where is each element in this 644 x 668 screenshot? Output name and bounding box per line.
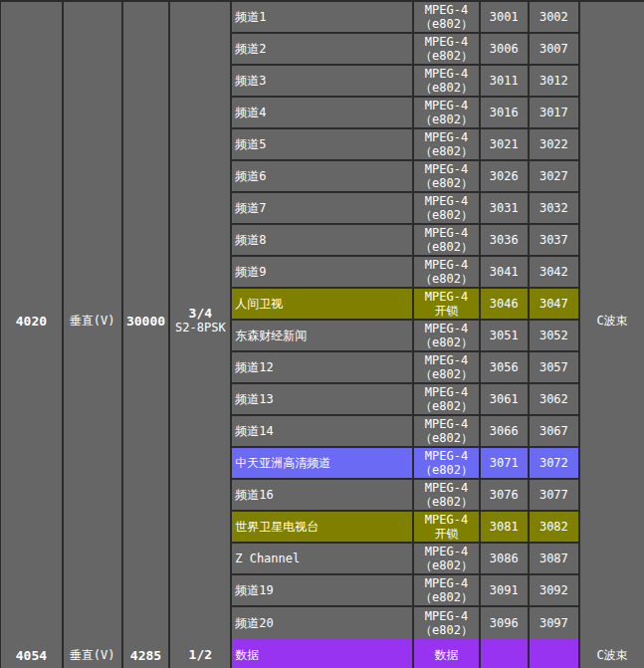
video-pid-cell: 3016 <box>481 98 530 127</box>
audio-pid-cell: 3007 <box>530 34 579 64</box>
audio-pid-cell: 3047 <box>530 289 579 319</box>
transponder-table: 4020垂直(V)300003/4S2-8PSK频道1MPEG-4（e802）3… <box>0 0 644 668</box>
video-pid-cell: 3036 <box>481 225 530 255</box>
channel-row: 频道8MPEG-4（e802）30363037 <box>232 225 578 257</box>
channel-row: 人间卫视MPEG-4开锁30463047 <box>232 289 578 321</box>
channel-name-cell: 频道14 <box>232 416 414 446</box>
codec-cell: MPEG-4（e802） <box>414 480 481 510</box>
codec-format-label: MPEG-4 <box>425 3 468 17</box>
codec-cell: MPEG-4（e802） <box>414 448 481 478</box>
codec-detail-label: （e802） <box>420 144 473 158</box>
channel-name-cell: 频道5 <box>232 129 414 159</box>
codec-detail-label: （e802） <box>420 463 473 477</box>
audio-pid-cell: 3057 <box>530 352 579 382</box>
video-pid-cell: 3071 <box>481 448 530 478</box>
codec-format-label: MPEG-4 <box>425 513 468 527</box>
audio-pid-cell: 3052 <box>530 321 579 350</box>
audio-pid-cell: 3072 <box>530 448 579 478</box>
codec-cell: MPEG-4（e802） <box>414 321 481 350</box>
channel-name-cell: 频道6 <box>232 161 414 191</box>
channel-row: 频道3MPEG-4（e802）30113012 <box>232 66 578 98</box>
channel-name-cell: 频道7 <box>232 193 414 223</box>
audio-pid-cell: 3097 <box>530 607 579 639</box>
codec-cell: MPEG-4（e802） <box>414 225 481 255</box>
codec-detail-label: （e802） <box>420 431 473 445</box>
video-pid-cell: 3001 <box>481 2 530 32</box>
channel-list: 频道1MPEG-4（e802）30013002频道2MPEG-4（e802）30… <box>232 2 580 639</box>
channel-name-cell: Z Channel <box>232 544 414 573</box>
codec-cell: MPEG-4（e802） <box>414 129 481 159</box>
video-pid-cell: 3041 <box>481 257 530 287</box>
codec-detail-label: （e802） <box>420 558 473 572</box>
codec-format-label: MPEG-4 <box>425 130 468 144</box>
channel-name-cell: 世界卫星电视台 <box>232 512 414 542</box>
fec-rate-label: 1/2 <box>189 648 212 662</box>
audio-pid-cell: 3002 <box>530 2 579 32</box>
polarization-cell: 垂直(V) <box>64 639 123 668</box>
fec-rate-label: 3/4 <box>189 307 212 321</box>
codec-format-label: MPEG-4 <box>425 290 468 304</box>
audio-pid-cell: 3032 <box>530 193 579 223</box>
codec-detail-label: （e802） <box>420 399 473 413</box>
codec-detail-label: （e802） <box>420 367 473 381</box>
video-pid-cell: 3056 <box>481 352 530 382</box>
polarization-cell: 垂直(V) <box>64 2 123 639</box>
audio-pid-cell: 3012 <box>530 66 579 96</box>
codec-detail-label: （e802） <box>420 495 473 509</box>
audio-pid-cell: 3062 <box>530 384 579 414</box>
codec-detail-label: 开锁 <box>434 304 458 318</box>
channel-row: 世界卫星电视台MPEG-4开锁30813082 <box>232 512 578 544</box>
channel-name-cell: 频道20 <box>232 607 414 639</box>
codec-cell: MPEG-4（e802） <box>414 416 481 446</box>
channel-name-cell: 频道12 <box>232 352 414 382</box>
codec-cell: MPEG-4（e802） <box>414 257 481 287</box>
codec-cell: MPEG-4（e802） <box>414 193 481 223</box>
audio-pid-cell <box>530 639 579 668</box>
channel-row: 东森财经新闻MPEG-4（e802）30513052 <box>232 321 578 352</box>
codec-detail-label: （e802） <box>420 272 473 286</box>
codec-detail-label: （e802） <box>420 176 473 190</box>
video-pid-cell <box>481 639 530 668</box>
video-pid-cell: 3091 <box>481 575 530 605</box>
codec-cell: MPEG-4（e802） <box>414 384 481 414</box>
codec-format-label: MPEG-4 <box>425 449 468 463</box>
codec-cell: MPEG-4（e802） <box>414 66 481 96</box>
audio-pid-cell: 3077 <box>530 480 579 510</box>
audio-pid-cell: 3067 <box>530 416 579 446</box>
codec-format-label: MPEG-4 <box>425 67 468 81</box>
codec-format-label: MPEG-4 <box>425 545 468 558</box>
channel-name-cell: 中天亚洲高清频道 <box>232 448 414 478</box>
video-pid-cell: 3051 <box>481 321 530 350</box>
video-pid-cell: 3061 <box>481 384 530 414</box>
audio-pid-cell: 3022 <box>530 129 579 159</box>
fec-cell: 1/2 <box>170 639 232 668</box>
codec-format-label: MPEG-4 <box>425 576 468 590</box>
channel-name-cell: 频道19 <box>232 575 414 605</box>
codec-format-label: MPEG-4 <box>425 162 468 176</box>
channel-name-cell: 频道9 <box>232 257 414 287</box>
codec-detail-label: （e802） <box>420 81 473 95</box>
audio-pid-cell: 3017 <box>530 98 579 127</box>
codec-cell: MPEG-4（e802） <box>414 544 481 573</box>
codec-cell: MPEG-4开锁 <box>414 289 481 319</box>
symbolrate-cell: 4285 <box>123 639 171 668</box>
video-pid-cell: 3096 <box>481 607 530 639</box>
channel-row: 频道2MPEG-4（e802）30063007 <box>232 34 578 66</box>
channel-name-cell: 频道4 <box>232 98 414 127</box>
symbolrate-cell: 30000 <box>123 2 171 639</box>
codec-format-label: 数据 <box>434 648 458 662</box>
codec-format-label: MPEG-4 <box>425 481 468 495</box>
channel-row: 频道13MPEG-4（e802）30613062 <box>232 384 578 416</box>
audio-pid-cell: 3027 <box>530 161 579 191</box>
codec-detail-label: 开锁 <box>434 527 458 541</box>
channel-name-cell: 人间卫视 <box>232 289 414 319</box>
codec-format-label: MPEG-4 <box>425 258 468 272</box>
frequency-cell: 4020 <box>1 2 64 639</box>
channel-row: 频道20MPEG-4（e802）30963097 <box>232 607 578 639</box>
channel-row: Z ChannelMPEG-4（e802）30863087 <box>232 544 578 575</box>
channel-name-cell: 频道1 <box>232 2 414 32</box>
transponder-group: 4020垂直(V)300003/4S2-8PSK频道1MPEG-4（e802）3… <box>1 2 644 639</box>
codec-cell: 数据 <box>414 639 481 668</box>
audio-pid-cell: 3037 <box>530 225 579 255</box>
channel-row: 频道19MPEG-4（e802）30913092 <box>232 575 578 607</box>
